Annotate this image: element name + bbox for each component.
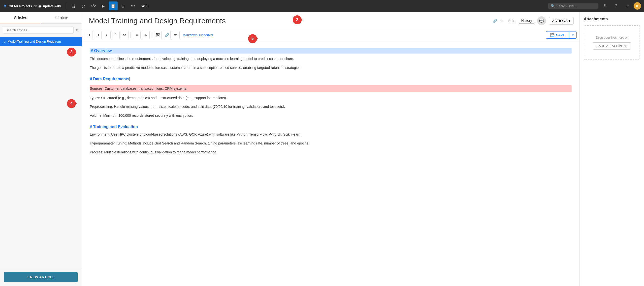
articles-search-input[interactable] [3, 26, 74, 34]
save-btn-group: 💾 SAVE ▾ [546, 31, 576, 39]
training-env-line: Environment: Use HPC clusters or cloud-b… [90, 132, 572, 138]
right-area: Model Training and Design Requirements 🔗… [82, 12, 644, 286]
save-dropdown-icon: ▾ [572, 33, 574, 37]
attachments-title: Attachments [584, 17, 640, 21]
project-icon: ◈ [38, 4, 42, 8]
add-attachment-button[interactable]: + ADD ATTACHMENT [593, 42, 631, 49]
project-name: update-wiki [43, 4, 61, 8]
wiki-label: Wiki [142, 4, 148, 8]
article-item-model-training[interactable]: ⌂ Model Training and Design Requirem [0, 37, 82, 46]
save-button[interactable]: 💾 SAVE [546, 31, 569, 39]
file-drop-zone[interactable]: Drop your files here or + ADD ATTACHMENT [584, 25, 640, 60]
save-dropdown-btn[interactable]: ▾ [569, 31, 576, 39]
overview-heading: # Overview [90, 48, 572, 53]
toolbar-italic-btn[interactable]: I [103, 31, 111, 39]
data-volume-line: Volume: Minimum 100,000 records stored s… [90, 113, 572, 119]
chat-icon: 💬 [539, 18, 544, 23]
main-layout: Articles Timeline ⚙ ⌂ Model Training and… [0, 12, 644, 286]
sidebar-search-settings-icon[interactable]: ⚙ [76, 28, 79, 32]
training-process-line: Process: Multiple iterations with contin… [90, 149, 572, 155]
toolbar-link-btn[interactable]: 🔗 [163, 31, 171, 39]
toolbar-bold-btn[interactable]: B [94, 31, 102, 39]
annotation-badge-5: 5 [248, 34, 257, 43]
more-icon-btn[interactable]: ••• [128, 1, 138, 10]
sidebar-tabs: Articles Timeline [0, 12, 82, 23]
grid-icon-btn[interactable]: ⊞ [118, 1, 128, 10]
nav-right-icons: ⠿ ? ↗ K [601, 1, 641, 10]
section-overview: # Overview This document outlines the re… [90, 48, 572, 71]
toolbar-code-btn[interactable]: <> [120, 31, 128, 39]
on-text: on [34, 4, 37, 8]
share-icon-btn[interactable]: ⇶ [69, 1, 78, 10]
section-data-requirements: # Data Requirements Sources: Customer da… [90, 77, 572, 119]
markdown-supported-label: Markdown supported [182, 33, 212, 37]
annotation-badge-2: 2 [293, 15, 302, 24]
section-training-evaluation: # Training and Evaluation Environment: U… [90, 125, 572, 155]
article-item-label: Model Training and Design Requirem [8, 40, 78, 43]
chat-button[interactable]: 💬 [537, 16, 546, 25]
nav-divider-1 [66, 3, 66, 9]
toolbar-quote-btn[interactable]: " [112, 31, 120, 39]
toolbar-ol-btn[interactable]: 1. [142, 31, 150, 39]
star-icon[interactable]: ☆ [500, 18, 503, 23]
page-header-icons: 🔗 ☆ [492, 18, 503, 23]
avatar[interactable]: K [634, 2, 641, 10]
history-button[interactable]: History [519, 17, 534, 24]
toolbar-draw-btn[interactable]: ✏ [172, 31, 180, 39]
toolbar-sep-2 [152, 32, 152, 38]
toolbar-image-btn[interactable]: 🖼 [154, 31, 162, 39]
search-icon: 🔍 [551, 4, 555, 8]
page-title: Model Training and Design Requirements [89, 16, 490, 25]
data-preprocessing-line: Preprocessing: Handle missing values, no… [90, 104, 572, 110]
link-icon[interactable]: 🔗 [492, 18, 498, 23]
brand-name: Git for Projects [9, 4, 32, 8]
training-heading: # Training and Evaluation [90, 125, 572, 129]
data-types-line: Types: Structured (e.g., demographics) a… [90, 95, 572, 101]
new-article-button[interactable]: + NEW ARTICLE [4, 272, 78, 282]
brand-area: ✦ Git for Projects on ◈ update-wiki [3, 3, 61, 9]
help-icon-btn[interactable]: ? [612, 1, 621, 10]
circle-icon-btn[interactable]: ◎ [79, 1, 88, 10]
overview-para-1: This document outlines the requirements … [90, 56, 572, 62]
search-bar[interactable]: 🔍 [548, 3, 598, 9]
tab-timeline[interactable]: Timeline [41, 12, 82, 23]
book-icon-btn[interactable]: 📋 [109, 1, 118, 10]
app-grid-icon-btn[interactable]: ⠿ [601, 1, 610, 10]
sidebar-footer: + NEW ARTICLE [0, 268, 82, 286]
toolbar-sep-1 [130, 32, 131, 38]
actions-chevron-icon: ▾ [568, 19, 570, 23]
editor-wrapper: Model Training and Design Requirements 🔗… [82, 12, 580, 286]
toolbar-heading-btn[interactable]: H [85, 31, 93, 39]
drop-zone-text: Drop your files here or [589, 36, 634, 39]
actions-label: ACTIONS [552, 19, 568, 23]
overview-para-2: The goal is to create a predictive model… [90, 65, 572, 71]
annotation-badge-4: 4 [67, 99, 76, 108]
toolbar-ul-btn[interactable]: ≡ [133, 31, 141, 39]
actions-button[interactable]: ACTIONS ▾ [549, 17, 574, 24]
top-navigation: ✦ Git for Projects on ◈ update-wiki ⇶ ◎ … [0, 0, 644, 12]
tab-articles[interactable]: Articles [0, 12, 41, 23]
attachments-panel: Attachments Drop your files here or + AD… [580, 12, 644, 286]
logo-icon: ✦ [3, 3, 7, 9]
save-label: SAVE [556, 33, 565, 37]
data-requirements-heading: # Data Requirements [90, 77, 129, 81]
save-icon: 💾 [550, 33, 554, 37]
home-icon: ⌂ [4, 39, 6, 43]
data-sources-line: Sources: Customer databases, transaction… [90, 85, 572, 92]
editor-toolbar: H B I " <> ≡ 1. 🖼 🔗 ✏ Markdown supported… [82, 29, 580, 41]
training-hyperparameter-line: Hyperparameter Tuning: Methods include G… [90, 141, 572, 146]
edit-button[interactable]: Edit [506, 18, 516, 24]
annotation-badge-3: 3 [67, 48, 76, 56]
page-header: Model Training and Design Requirements 🔗… [82, 12, 580, 29]
sidebar-search-area: ⚙ [0, 23, 82, 37]
external-link-icon-btn[interactable]: ↗ [623, 1, 632, 10]
play-icon-btn[interactable]: ▶ [99, 1, 108, 10]
editor-content[interactable]: # Overview This document outlines the re… [82, 41, 580, 286]
search-input[interactable] [556, 4, 596, 8]
code-icon-btn[interactable]: </> [89, 1, 98, 10]
cursor-indicator [130, 77, 130, 81]
